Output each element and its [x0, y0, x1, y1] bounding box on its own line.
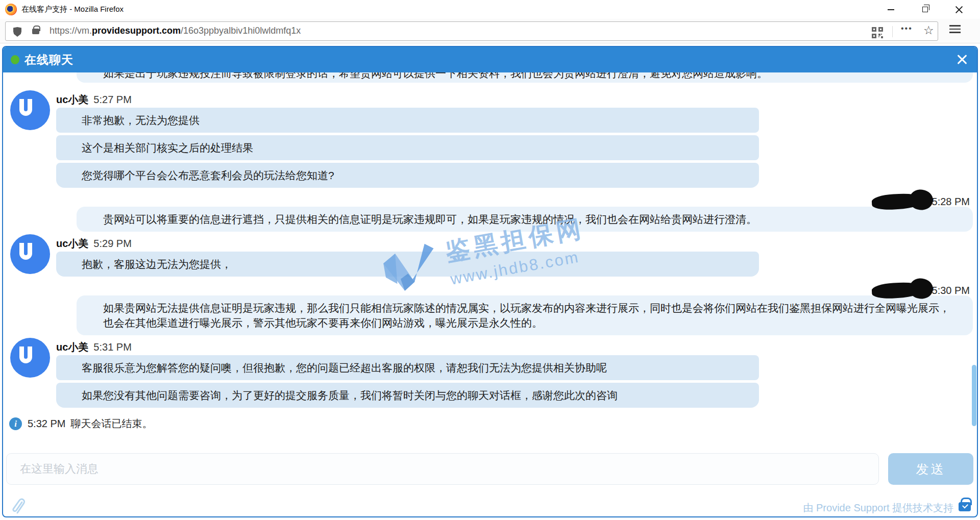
message-meta-row: 5:28 PM [77, 193, 973, 210]
firefox-icon [5, 4, 17, 15]
system-message-row: i5:32 PM聊天会话已结束。 [9, 417, 977, 431]
agent-name: uc小美 [56, 94, 88, 105]
message-text: 如果您没有其他问题需要咨询，为了更好的提交服务质量，我们将暂时关闭与您的聊天对话… [82, 389, 618, 401]
url-domain: providesupport.com [92, 26, 181, 36]
firefox-window: { "browser": { "title": "在线客户支持 - Mozill… [0, 0, 980, 520]
hamburger-menu-icon[interactable] [948, 25, 962, 35]
agent-avatar [10, 234, 50, 274]
chat-header: 在线聊天 [3, 47, 977, 72]
secure-lock-icon [959, 502, 971, 511]
agent-avatar [10, 338, 50, 378]
chat-widget: 在线聊天 uc小美5:27 PM非常抱歉，无法为您提供这个是相关部门核实之后的处… [2, 46, 978, 517]
message-timestamp: 5:29 PM [93, 238, 131, 249]
message-meta-row: uc小美5:29 PM [56, 237, 759, 250]
visitor-message-group: 5:30 PM如果贵网站无法提供信息证明是玩家违规，那么我们只能相信玩家陈述的情… [77, 282, 973, 335]
restore-button[interactable] [913, 0, 937, 19]
agent-message-bubble: 抱歉，客服这边无法为您提供， [56, 252, 759, 277]
message-timestamp: 5:27 PM [93, 94, 131, 105]
message-text: 您觉得哪个平台会公布恶意套利会员的玩法给您知道? [82, 169, 334, 181]
agent-avatar [10, 90, 50, 130]
agent-message-bubble: 如果您没有其他问题需要咨询，为了更好的提交服务质量，我们将暂时关闭与您的聊天对话… [56, 383, 759, 408]
qr-code-icon[interactable] [868, 26, 884, 37]
agent-name: uc小美 [56, 341, 88, 353]
message-text: 非常抱歉，无法为您提供 [82, 114, 200, 126]
url-bar[interactable]: https://vm.providesupport.com/16o3ppbyal… [5, 21, 938, 41]
uc-logo-icon [19, 99, 32, 116]
agent-name: uc小美 [56, 238, 88, 249]
powered-by-link[interactable]: 由 Provide Support 提供技术支持 [803, 501, 953, 515]
uc-logo-icon [19, 243, 32, 260]
paperclip-attach-icon[interactable] [9, 497, 28, 516]
agent-message-group: uc小美5:31 PM客服很乐意为您解答您的疑问噢，但很抱歉，您的问题已经超出客… [56, 340, 759, 408]
url-text: https://vm.providesupport.com/16o3ppbyal… [50, 26, 301, 36]
agent-message-group: uc小美5:29 PM抱歉，客服这边无法为您提供， [56, 237, 759, 277]
urlbar-divider [892, 26, 893, 37]
redacted-username [871, 192, 925, 210]
message-text: 这个是相关部门核实之后的处理结果 [82, 142, 253, 154]
close-window-button[interactable] [947, 0, 971, 19]
message-text: 客服很乐意为您解答您的疑问噢，但很抱歉，您的问题已经超出客服的权限，请恕我们无法… [82, 362, 607, 374]
window-title: 在线客户支持 - Mozilla Firefox [21, 5, 124, 14]
chat-close-icon[interactable] [955, 53, 969, 66]
https-lock-icon[interactable] [32, 29, 39, 34]
visitor-message-bubble: 如果贵网站无法提供信息证明是玩家违规，那么我们只能相信玩家陈述的情况属实，以玩家… [77, 295, 973, 335]
visitor-message-group: 5:28 PM贵网站可以将重要的信息进行遮挡，只提供相关的信息证明是玩家违规即可… [77, 193, 973, 232]
message-list: uc小美5:27 PM非常抱歉，无法为您提供这个是相关部门核实之后的处理结果您觉… [3, 72, 977, 449]
message-input[interactable] [6, 453, 879, 485]
agent-message-bubble: 这个是相关部门核实之后的处理结果 [56, 135, 759, 160]
message-timestamp: 5:31 PM [93, 341, 131, 353]
message-text: 贵网站可以将重要的信息进行遮挡，只提供相关的信息证明是玩家违规即可，如果是玩家违… [103, 213, 757, 225]
message-text: 如果贵网站无法提供信息证明是玩家违规，那么我们只能相信玩家陈述的情况属实，以玩家… [103, 302, 950, 329]
message-timestamp: 5:28 PM [932, 196, 970, 208]
message-text: 抱歉，客服这边无法为您提供， [82, 258, 232, 270]
send-button[interactable]: 发送 [888, 453, 973, 485]
agent-message-bubble: 客服很乐意为您解答您的疑问噢，但很抱歉，您的问题已经超出客服的权限，请恕我们无法… [56, 355, 759, 380]
browser-navbar: https://vm.providesupport.com/16o3ppbyal… [0, 19, 980, 43]
message-meta-row: uc小美5:31 PM [56, 340, 759, 354]
tracking-protection-shield-icon[interactable] [13, 27, 21, 37]
message-timestamp: 5:32 PM [28, 418, 65, 430]
chat-title: 在线聊天 [24, 52, 74, 68]
chat-scrollbar-thumb[interactable] [972, 365, 976, 426]
url-scheme: https://vm. [50, 26, 92, 36]
agent-message-bubble: 您觉得哪个平台会公布恶意套利会员的玩法给您知道? [56, 163, 759, 188]
message-meta-row: uc小美5:27 PM [56, 93, 759, 106]
minimize-button[interactable] [879, 0, 902, 19]
system-message-text: 聊天会话已结束。 [70, 417, 152, 431]
info-icon: i [9, 417, 22, 430]
redacted-username [871, 281, 925, 299]
page-actions-icon[interactable]: ••• [898, 23, 916, 34]
message-text: 如果是出于玩家违规投注而导致被限制登录的话，希望贵网站可以提供一下相关资料，我们… [103, 72, 768, 81]
agent-message-group: uc小美5:27 PM非常抱歉，无法为您提供这个是相关部门核实之后的处理结果您觉… [56, 93, 759, 188]
browser-titlebar: 在线客户支持 - Mozilla Firefox [0, 0, 980, 19]
bookmark-star-icon[interactable]: ☆ [920, 23, 937, 38]
url-path: /16o3ppbyalbiv1hi0lwldmfq1x [181, 26, 301, 36]
agent-message-bubble: 非常抱歉，无法为您提供 [56, 108, 759, 133]
message-bubble-clipped: 如果是出于玩家违规投注而导致被限制登录的话，希望贵网站可以提供一下相关资料，我们… [77, 72, 973, 83]
message-timestamp: 5:30 PM [932, 285, 970, 296]
uc-logo-icon [19, 346, 32, 363]
visitor-message-bubble: 贵网站可以将重要的信息进行遮挡，只提供相关的信息证明是玩家违规即可，如果是玩家违… [77, 207, 973, 232]
online-status-dot [11, 55, 19, 64]
message-meta-row: 5:30 PM [77, 282, 973, 299]
